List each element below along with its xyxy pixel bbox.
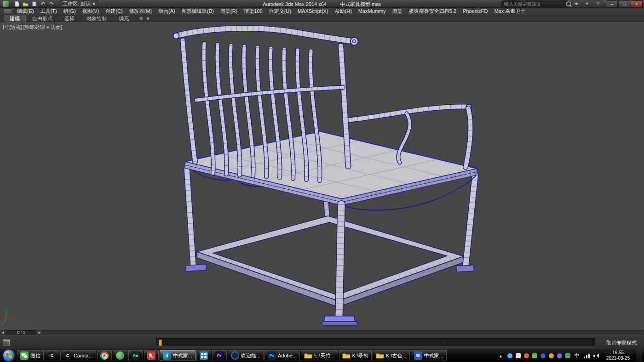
cancel-expert-mode-button[interactable]: 取消专家模式 bbox=[604, 339, 639, 347]
taskbar-folder-k-gu-button[interactable]: K:\古色... bbox=[373, 350, 410, 361]
taskbar-word-doc-button[interactable]: W 中式家... bbox=[411, 350, 447, 361]
tab-selection[interactable]: 选择 bbox=[59, 15, 80, 22]
ribbon-tab-bar: 建模 自由形式 选择 对象绘制 填充 ▾ bbox=[0, 15, 644, 22]
track-bar[interactable] bbox=[156, 338, 595, 346]
tray-app-icon[interactable] bbox=[524, 353, 529, 358]
redo-icon[interactable]: ↷ bbox=[48, 0, 55, 7]
viewport-canvas[interactable] bbox=[0, 22, 644, 330]
tray-network-icon[interactable] bbox=[584, 353, 590, 358]
menu-phoenixfd[interactable]: PhoenixFD bbox=[460, 8, 491, 15]
tab-freeform[interactable]: 自由形式 bbox=[27, 15, 58, 22]
current-frame-display[interactable]: 0 / 1 bbox=[6, 330, 36, 335]
taskbar-welcome-button[interactable]: 欢迎能... bbox=[228, 350, 264, 361]
taskbar-blue-app-button[interactable] bbox=[196, 350, 211, 361]
previous-frame-button[interactable]: ◀ bbox=[0, 331, 6, 334]
menu-rendering[interactable]: 渲染(R) bbox=[217, 8, 241, 15]
menu-render-plugin[interactable]: 渲染 bbox=[389, 8, 406, 15]
quick-access-toolbar: ↶ ↷ bbox=[13, 0, 55, 7]
menu-archive-plugin[interactable]: 极速瘦身安全归档5.2 bbox=[406, 8, 460, 15]
menu-maxscript[interactable]: MAXScript(X) bbox=[294, 8, 332, 15]
tray-app-icon[interactable] bbox=[507, 353, 512, 358]
menu-animation[interactable]: 动画(A) bbox=[155, 8, 178, 15]
menu-tools[interactable]: 工具(T) bbox=[37, 8, 60, 15]
max-menu-icon[interactable] bbox=[4, 8, 12, 15]
taskbar-button-label: 微信 bbox=[30, 352, 40, 359]
tray-app-icon[interactable] bbox=[532, 353, 537, 358]
viewport-menu-view[interactable]: [透视] bbox=[10, 24, 23, 31]
ribbon-minimize-icon[interactable]: ▾ bbox=[147, 15, 150, 22]
menu-antivirus[interactable]: Max 杀毒卫士 bbox=[491, 8, 529, 15]
time-slider-track[interactable] bbox=[42, 330, 643, 335]
taskbar-button-label: 中式家... bbox=[173, 352, 192, 359]
taskbar-camtasia-button[interactable]: C bbox=[45, 350, 59, 361]
tray-clock[interactable]: 16:55 2021-03-25 bbox=[603, 350, 633, 361]
new-scene-icon[interactable] bbox=[13, 0, 20, 7]
taskbar-audition-button[interactable]: Au bbox=[128, 350, 143, 361]
show-hidden-icons-icon[interactable]: ▴ bbox=[497, 352, 504, 359]
show-desktop-button[interactable] bbox=[637, 349, 642, 362]
tray-language-indicator[interactable]: 中 bbox=[574, 352, 581, 359]
menu-render100[interactable]: 渲染100 bbox=[241, 8, 265, 15]
taskbar-3ds-max-button[interactable]: 3 中式家... bbox=[160, 350, 196, 361]
start-button[interactable] bbox=[1, 350, 17, 362]
save-file-icon[interactable] bbox=[30, 0, 38, 7]
time-slider-handle[interactable] bbox=[159, 339, 162, 346]
undo-icon[interactable]: ↶ bbox=[39, 0, 46, 7]
perspective-viewport[interactable]: [+] [透视] [明暗处理 + 边面] bbox=[0, 22, 644, 330]
blue-grid-app-icon bbox=[200, 351, 208, 360]
search-input[interactable] bbox=[503, 1, 566, 7]
menu-modifiers[interactable]: 修改器(M) bbox=[126, 8, 155, 15]
menu-edit[interactable]: 编辑(E) bbox=[14, 8, 37, 15]
taskbar-button-label: Adobe... bbox=[278, 353, 297, 358]
folder-icon bbox=[342, 351, 351, 360]
taskbar-folder-e-button[interactable]: E:\天竹... bbox=[301, 350, 338, 361]
model-wireframe-chair[interactable] bbox=[173, 28, 477, 325]
taskbar-chrome-button[interactable] bbox=[97, 350, 112, 361]
taskbar-folder-k-rec-button[interactable]: K:\录制 bbox=[339, 350, 372, 361]
tab-modeling[interactable]: 建模 bbox=[4, 15, 26, 22]
workspace-selector[interactable]: 工作区: 默认 ▾ bbox=[60, 0, 98, 7]
menu-views[interactable]: 视图(V) bbox=[79, 8, 103, 15]
viewport-menu-plus[interactable]: [+] bbox=[3, 24, 9, 31]
search-icon[interactable] bbox=[566, 1, 571, 6]
open-file-icon[interactable] bbox=[22, 0, 29, 7]
taskbar-wechat-button[interactable]: 微信 bbox=[17, 350, 44, 361]
menu-graph-editors[interactable]: 图形编辑器(D) bbox=[178, 8, 217, 15]
favorites-icon[interactable]: ★ bbox=[572, 0, 581, 7]
taskbar-button-label: E:\天竹... bbox=[314, 352, 335, 359]
taskbar-camtasia-recorder-button[interactable]: C Camta... bbox=[60, 350, 96, 361]
tray-app-icon[interactable] bbox=[516, 353, 521, 358]
document-name-text: 中式家具模型.max bbox=[340, 1, 381, 7]
tab-populate[interactable]: 填充 bbox=[113, 15, 134, 22]
menu-maxmummy[interactable]: MaxMummy bbox=[355, 8, 389, 15]
minimize-button[interactable]: – bbox=[606, 0, 618, 7]
ribbon-options-icon[interactable] bbox=[139, 16, 144, 21]
menu-create[interactable]: 创建(C) bbox=[102, 8, 126, 15]
status-grid-icon[interactable] bbox=[3, 339, 10, 345]
taskbar-premiere-button[interactable]: Pr bbox=[212, 350, 227, 361]
tray-app-icon[interactable] bbox=[557, 353, 562, 358]
taskbar-green-app-button[interactable] bbox=[113, 350, 127, 361]
maximize-button[interactable]: □ bbox=[618, 0, 630, 7]
taskbar-red-app-button[interactable]: 丸 bbox=[144, 350, 159, 361]
next-frame-button[interactable]: ▶ bbox=[37, 331, 42, 334]
status-bar: 取消专家模式 bbox=[0, 335, 644, 349]
tray-app-icon[interactable] bbox=[549, 353, 554, 358]
viewport-menu-shading[interactable]: [明暗处理 + 边面] bbox=[23, 24, 63, 31]
tab-object-paint[interactable]: 对象绘制 bbox=[81, 15, 112, 22]
help-icon[interactable]: ? bbox=[593, 0, 602, 7]
folder-icon bbox=[304, 351, 312, 360]
clock-date: 2021-03-25 bbox=[606, 356, 630, 361]
tray-volume-icon[interactable] bbox=[593, 353, 599, 359]
menu-customize[interactable]: 自定义(U) bbox=[266, 8, 294, 15]
communication-center-icon[interactable]: ✦ bbox=[583, 0, 591, 7]
tray-app-icon[interactable] bbox=[565, 353, 570, 358]
menu-group[interactable]: 组(G) bbox=[60, 8, 79, 15]
close-button[interactable]: × bbox=[631, 0, 643, 7]
menu-help[interactable]: 帮助(H) bbox=[332, 8, 355, 15]
app-logo-button[interactable] bbox=[1, 0, 10, 7]
window-controls: – □ × bbox=[606, 0, 643, 7]
folder-icon bbox=[376, 351, 384, 360]
taskbar-photoshop-button[interactable]: Ps Adobe... bbox=[264, 350, 300, 361]
tray-app-icon[interactable] bbox=[540, 353, 546, 358]
